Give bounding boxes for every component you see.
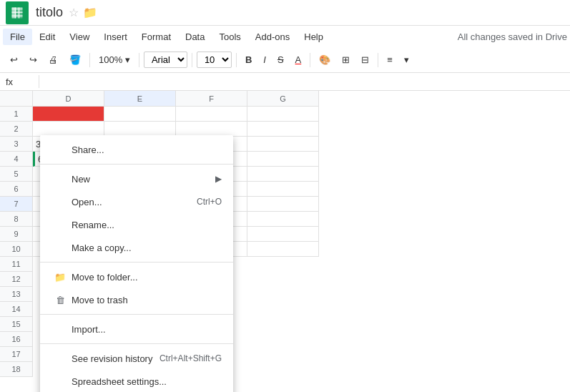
toolbar-divider-6 xyxy=(378,53,378,67)
print-button[interactable]: 🖨 xyxy=(44,52,62,68)
formula-bar: fx xyxy=(0,73,570,91)
toolbar-divider-1 xyxy=(89,53,90,67)
trash-label: Move to trash xyxy=(72,295,128,305)
toolbar: ↩ ↪ 🖨 🪣 100% ▾ Arial 10 B I S A 🎨 ⊞ ⊟ ≡ … xyxy=(0,47,570,73)
menu-tools[interactable]: Tools xyxy=(212,29,247,45)
cell-reference: fx xyxy=(6,77,34,87)
menu-share[interactable]: Share... xyxy=(40,138,233,161)
align-left-button[interactable]: ≡ xyxy=(383,52,397,68)
divider-3 xyxy=(40,314,233,315)
app-icon xyxy=(6,1,29,24)
new-label: New xyxy=(72,174,90,185)
rename-label: Rename... xyxy=(72,220,114,230)
font-family-select[interactable]: Arial xyxy=(144,52,187,68)
file-menu-dropdown: Share... New ▶ Open... Ctrl+O Rename... … xyxy=(40,135,233,392)
import-label: Import... xyxy=(72,324,106,335)
open-label: Open... xyxy=(72,197,102,207)
sheet-area: 1 2 3 4 5 6 7 8 9 10 11 12 13 14 15 16 1… xyxy=(0,91,570,377)
open-shortcut: Ctrl+O xyxy=(197,197,222,207)
document-title[interactable]: titolo xyxy=(36,5,63,20)
toolbar-divider-2 xyxy=(139,53,139,67)
bold-button[interactable]: B xyxy=(241,52,256,68)
toolbar-divider-3 xyxy=(192,53,192,67)
revision-shortcut: Ctrl+Alt+Shift+G xyxy=(159,353,222,363)
toolbar-divider-4 xyxy=(236,53,237,67)
menu-addons[interactable]: Add-ons xyxy=(248,29,297,45)
menu-rename[interactable]: Rename... xyxy=(40,213,233,236)
menu-data[interactable]: Data xyxy=(178,29,212,45)
menu-revision[interactable]: See revision history Ctrl+Alt+Shift+G xyxy=(40,347,233,370)
text-color-button[interactable]: A xyxy=(291,52,306,68)
settings-label: Spreadsheet settings... xyxy=(72,376,167,387)
revision-label: See revision history xyxy=(72,353,152,364)
star-icon[interactable]: ☆ xyxy=(69,6,79,19)
sheets-logo-icon xyxy=(10,6,24,20)
menu-bar: File Edit View Insert Format Data Tools … xyxy=(0,26,570,47)
toolbar-divider-5 xyxy=(310,53,310,67)
trash-icon: 🗑 xyxy=(51,295,69,305)
fill-color-button[interactable]: 🎨 xyxy=(315,52,335,68)
more-button[interactable]: ▾ xyxy=(400,52,413,68)
dropdown-overlay: Share... New ▶ Open... Ctrl+O Rename... … xyxy=(0,91,570,377)
share-label: Share... xyxy=(72,144,104,155)
svg-rect-2 xyxy=(12,7,16,18)
menu-move-folder[interactable]: 📁 Move to folder... xyxy=(40,265,233,288)
merge-button[interactable]: ⊟ xyxy=(357,52,373,68)
divider-4 xyxy=(40,343,233,344)
formula-divider xyxy=(39,75,39,88)
folder-icon[interactable]: 📁 xyxy=(83,6,97,19)
menu-edit[interactable]: Edit xyxy=(32,29,62,45)
menu-new[interactable]: New ▶ xyxy=(40,167,233,190)
italic-button[interactable]: I xyxy=(259,52,270,68)
undo-button[interactable]: ↩ xyxy=(6,52,22,68)
menu-insert[interactable]: Insert xyxy=(97,29,134,45)
borders-button[interactable]: ⊞ xyxy=(338,52,354,68)
zoom-button[interactable]: 100% ▾ xyxy=(94,52,134,68)
font-size-select[interactable]: 10 xyxy=(197,52,232,68)
menu-file[interactable]: File xyxy=(3,29,32,45)
strikethrough-button[interactable]: S xyxy=(273,52,288,68)
menu-view[interactable]: View xyxy=(62,29,97,45)
folder-icon: 📁 xyxy=(51,272,69,283)
menu-import[interactable]: Import... xyxy=(40,318,233,340)
copy-label: Make a copy... xyxy=(72,242,132,253)
menu-settings[interactable]: Spreadsheet settings... xyxy=(40,370,233,392)
formula-input[interactable] xyxy=(44,77,564,87)
menu-help[interactable]: Help xyxy=(297,29,330,45)
menu-trash[interactable]: 🗑 Move to trash xyxy=(40,288,233,311)
move-folder-label: Move to folder... xyxy=(72,272,138,283)
divider-2 xyxy=(40,262,233,263)
divider-1 xyxy=(40,164,233,165)
new-arrow: ▶ xyxy=(215,174,222,184)
paint-button[interactable]: 🪣 xyxy=(65,52,85,68)
menu-copy[interactable]: Make a copy... xyxy=(40,236,233,259)
save-status: All changes saved in Drive xyxy=(458,31,567,42)
menu-format[interactable]: Format xyxy=(134,29,178,45)
redo-button[interactable]: ↪ xyxy=(25,52,41,68)
menu-open[interactable]: Open... Ctrl+O xyxy=(40,190,233,213)
top-bar: titolo ☆ 📁 xyxy=(0,0,570,26)
